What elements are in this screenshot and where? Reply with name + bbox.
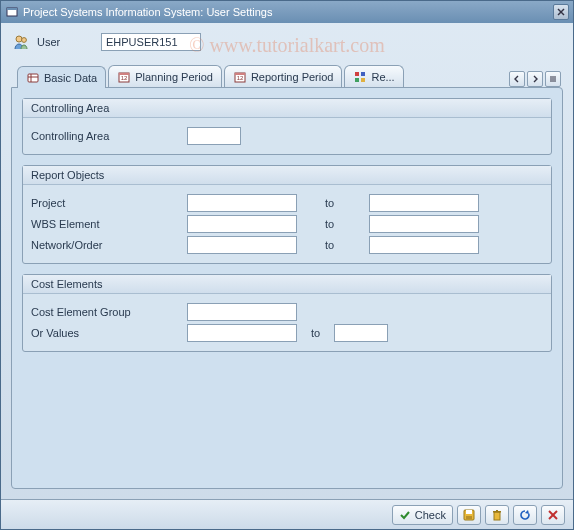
footer: Check <box>1 499 573 529</box>
data-icon <box>26 71 40 85</box>
trash-icon <box>491 509 503 521</box>
label-to: to <box>303 327 328 339</box>
svg-rect-16 <box>361 72 365 76</box>
label-to: to <box>303 218 363 230</box>
refresh-button[interactable] <box>513 505 537 525</box>
chevron-right-icon <box>531 75 539 83</box>
tab-list-button[interactable] <box>545 71 561 87</box>
cancel-button[interactable] <box>541 505 565 525</box>
group-report-objects: Report Objects Project to WBS Element to <box>22 165 552 264</box>
input-project-from[interactable] <box>187 194 297 212</box>
label-or-values: Or Values <box>31 327 181 339</box>
refresh-icon <box>519 509 531 521</box>
calendar-icon: 12 <box>233 70 247 84</box>
input-wbs-to[interactable] <box>369 215 479 233</box>
tab-label: Planning Period <box>135 71 213 83</box>
svg-rect-23 <box>466 510 472 514</box>
tab-planning-period[interactable]: 12 Planning Period <box>108 65 222 87</box>
svg-rect-27 <box>496 510 498 511</box>
row-cost-element-group: Cost Element Group <box>31 303 543 321</box>
user-icon <box>13 34 29 50</box>
input-project-to[interactable] <box>369 194 479 212</box>
titlebar: Project Systems Information System: User… <box>1 1 573 23</box>
tab-scroll <box>509 71 563 87</box>
tab-scroll-left[interactable] <box>509 71 525 87</box>
group-controlling-area: Controlling Area Controlling Area <box>22 98 552 155</box>
label-network: Network/Order <box>31 239 181 251</box>
svg-rect-25 <box>494 512 500 520</box>
tab-label: Reporting Period <box>251 71 334 83</box>
input-network-from[interactable] <box>187 236 297 254</box>
tab-label: Re... <box>371 71 394 83</box>
input-controlling-area[interactable] <box>187 127 241 145</box>
list-icon <box>549 75 557 83</box>
group-cost-elements: Cost Elements Cost Element Group Or Valu… <box>22 274 552 352</box>
svg-point-5 <box>22 38 27 43</box>
svg-text:12: 12 <box>237 75 244 81</box>
check-icon <box>399 509 411 521</box>
window-icon <box>5 5 19 19</box>
group-title: Report Objects <box>23 166 551 185</box>
tab-label: Basic Data <box>44 72 97 84</box>
chevron-left-icon <box>513 75 521 83</box>
label-project: Project <box>31 197 181 209</box>
svg-rect-24 <box>466 516 472 519</box>
svg-rect-6 <box>28 74 38 82</box>
calendar-icon: 12 <box>117 70 131 84</box>
tab-basic-data[interactable]: Basic Data <box>17 66 106 88</box>
row-controlling-area: Controlling Area <box>31 127 543 145</box>
label-to: to <box>303 197 363 209</box>
tab-reporting-period[interactable]: 12 Reporting Period <box>224 65 343 87</box>
group-title: Cost Elements <box>23 275 551 294</box>
svg-rect-26 <box>493 511 501 513</box>
grid-icon <box>353 70 367 84</box>
svg-text:12: 12 <box>121 75 128 81</box>
row-network: Network/Order to <box>31 236 543 254</box>
input-wbs-from[interactable] <box>187 215 297 233</box>
tab-scroll-right[interactable] <box>527 71 543 87</box>
close-icon <box>557 8 565 16</box>
input-or-values-from[interactable] <box>187 324 297 342</box>
user-input[interactable] <box>101 33 201 51</box>
svg-rect-17 <box>355 78 359 82</box>
row-project: Project to <box>31 194 543 212</box>
input-or-values-to[interactable] <box>334 324 388 342</box>
check-label: Check <box>415 509 446 521</box>
label-controlling-area: Controlling Area <box>31 130 181 142</box>
save-icon <box>463 509 475 521</box>
close-button[interactable] <box>553 4 569 20</box>
group-title: Controlling Area <box>23 99 551 118</box>
cancel-icon <box>547 509 559 521</box>
svg-rect-1 <box>7 8 17 10</box>
label-to: to <box>303 239 363 251</box>
save-button[interactable] <box>457 505 481 525</box>
tab-re-truncated[interactable]: Re... <box>344 65 403 87</box>
svg-rect-15 <box>355 72 359 76</box>
user-label: User <box>37 36 93 48</box>
row-wbs: WBS Element to <box>31 215 543 233</box>
svg-rect-18 <box>361 78 365 82</box>
svg-point-4 <box>16 36 22 42</box>
tab-row: Basic Data 12 Planning Period 12 Reporti… <box>11 65 563 87</box>
delete-button[interactable] <box>485 505 509 525</box>
label-wbs: WBS Element <box>31 218 181 230</box>
check-button[interactable]: Check <box>392 505 453 525</box>
row-or-values: Or Values to <box>31 324 543 342</box>
window-title: Project Systems Information System: User… <box>23 6 553 18</box>
tab-panel-basic-data: Controlling Area Controlling Area Report… <box>11 87 563 489</box>
input-cost-element-group[interactable] <box>187 303 297 321</box>
window: Project Systems Information System: User… <box>0 0 574 530</box>
tabstrip: Basic Data 12 Planning Period 12 Reporti… <box>11 65 563 489</box>
label-cost-element-group: Cost Element Group <box>31 306 181 318</box>
user-row: User <box>1 23 573 59</box>
input-network-to[interactable] <box>369 236 479 254</box>
